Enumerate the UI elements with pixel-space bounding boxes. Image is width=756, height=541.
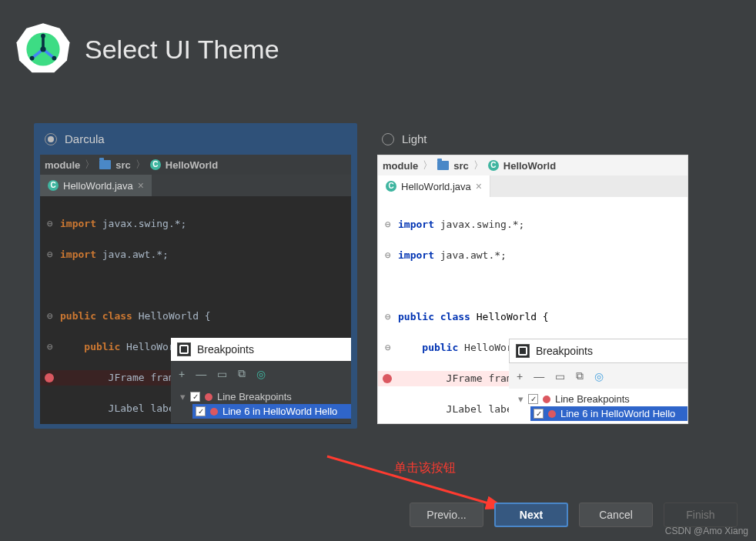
breadcrumb: module〉 src〉 C HelloWorld (40, 155, 351, 175)
radio-selected-icon (45, 133, 57, 145)
theme-label: Light (402, 132, 427, 145)
breakpoint-dot-icon (548, 410, 556, 418)
class-icon: C (150, 159, 161, 170)
add-icon[interactable]: + (179, 368, 185, 380)
folder-outline-icon[interactable]: ▭ (217, 368, 227, 380)
app-logo (15, 22, 71, 77)
svg-point-3 (41, 34, 45, 38)
breakpoint-dot-icon (543, 396, 550, 403)
intellij-icon (177, 342, 191, 356)
checkbox-icon[interactable]: ✓ (534, 409, 544, 419)
breakpoint-dot-icon (205, 393, 212, 401)
close-icon[interactable]: × (138, 179, 144, 192)
group-icon[interactable]: ⧉ (576, 369, 584, 382)
theme-option-darcula[interactable]: Darcula module〉 src〉 C HelloWorld C Hell… (34, 123, 357, 429)
checkbox-icon[interactable]: ✓ (196, 406, 206, 416)
target-icon[interactable]: ◎ (256, 368, 266, 380)
breakpoints-panel: Breakpoints + — ▭ ⧉ ◎ ▾✓Line Breakpoints… (171, 338, 351, 423)
group-icon[interactable]: ⧉ (238, 367, 246, 380)
close-icon[interactable]: × (476, 180, 482, 192)
finish-button: Finish (664, 503, 738, 527)
add-icon[interactable]: + (517, 370, 523, 382)
svg-point-4 (30, 56, 35, 61)
radio-unselected-icon (382, 133, 394, 145)
class-icon: C (48, 180, 59, 191)
remove-icon[interactable]: — (534, 370, 544, 382)
cancel-button[interactable]: Cancel (579, 503, 653, 527)
folder-icon (99, 160, 111, 169)
editor-tab[interactable]: C HelloWorld.java × (378, 175, 490, 197)
intellij-icon (516, 344, 530, 358)
page-title: Select UI Theme (85, 35, 279, 65)
chevron-down-icon[interactable]: ▾ (180, 391, 186, 402)
class-icon: C (386, 181, 396, 192)
light-preview: module〉 src〉 C HelloWorld C HelloWorld.j… (377, 155, 688, 424)
folder-icon (437, 161, 449, 170)
folder-outline-icon[interactable]: ▭ (555, 370, 565, 382)
next-button[interactable]: Next (494, 503, 568, 527)
watermark: CSDN @Amo Xiang (665, 526, 748, 536)
target-icon[interactable]: ◎ (594, 370, 604, 382)
previous-button[interactable]: Previo... (410, 503, 483, 527)
breakpoint-icon[interactable] (45, 373, 54, 382)
theme-label: Darcula (65, 132, 105, 145)
breakpoint-dot-icon (210, 408, 218, 416)
breakpoints-panel: Breakpoints + — ▭ ⧉ ◎ ▾✓Line Breakpoints… (509, 339, 688, 424)
breadcrumb: module〉 src〉 C HelloWorld (378, 155, 687, 175)
breakpoint-icon[interactable] (383, 374, 392, 383)
remove-icon[interactable]: — (196, 368, 206, 380)
chevron-down-icon[interactable]: ▾ (518, 393, 524, 405)
editor-tab[interactable]: C HelloWorld.java × (40, 175, 152, 196)
annotation-text: 单击该按钮 (394, 460, 456, 476)
checkbox-icon[interactable]: ✓ (190, 392, 200, 402)
checkbox-icon[interactable]: ✓ (528, 394, 538, 404)
darcula-preview: module〉 src〉 C HelloWorld C HelloWorld.j… (40, 155, 351, 424)
theme-option-light[interactable]: Light module〉 src〉 C HelloWorld C HelloW… (377, 123, 701, 429)
svg-point-5 (52, 56, 57, 61)
class-icon: C (488, 160, 499, 171)
svg-point-2 (40, 46, 45, 52)
